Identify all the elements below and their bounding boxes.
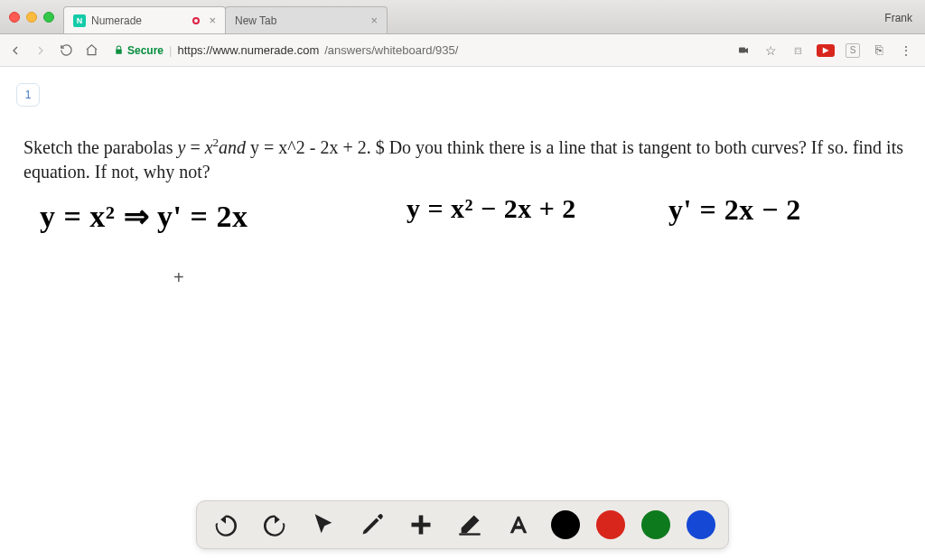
recording-indicator-icon: [192, 17, 200, 24]
forward-button[interactable]: [33, 42, 49, 59]
extension-s-icon[interactable]: S: [846, 43, 860, 58]
url-path: /answers/whiteboard/935/: [324, 43, 458, 57]
add-tool-button[interactable]: [405, 509, 437, 541]
svg-rect-3: [459, 533, 480, 535]
minimize-window-button[interactable]: [26, 12, 37, 23]
reload-button[interactable]: [58, 42, 74, 59]
tab-title: Numerade: [91, 14, 142, 27]
handwritten-eq3: y' = 2x − 2: [668, 193, 801, 227]
handwritten-eq2: y = x² − 2x + 2: [406, 193, 576, 224]
window-titlebar: N Numerade × New Tab × Frank: [0, 0, 925, 34]
tab-title: New Tab: [235, 14, 276, 27]
color-swatch-red[interactable]: [596, 510, 625, 539]
color-swatch-black[interactable]: [551, 510, 580, 539]
close-tab-icon[interactable]: ×: [370, 14, 378, 27]
home-button[interactable]: [83, 42, 99, 59]
pointer-tool-button[interactable]: [307, 509, 340, 541]
youtube-icon[interactable]: ▶: [817, 44, 835, 57]
svg-rect-0: [739, 47, 745, 52]
window-controls: [0, 12, 63, 33]
browser-tabs: N Numerade × New Tab ×: [63, 0, 884, 33]
close-window-button[interactable]: [9, 12, 20, 23]
eraser-tool-button[interactable]: [453, 509, 486, 541]
cursor-crosshair-icon: +: [173, 267, 184, 288]
camera-icon[interactable]: [735, 43, 752, 58]
address-bar: Secure | https://www.numerade.com/answer…: [0, 34, 925, 67]
bookmark-star-icon[interactable]: ☆: [762, 43, 779, 58]
dropbox-icon[interactable]: ⧈: [790, 43, 806, 58]
maximize-window-button[interactable]: [43, 12, 54, 23]
color-swatch-blue[interactable]: [687, 510, 715, 539]
omnibox[interactable]: Secure | https://www.numerade.com/answer…: [108, 43, 726, 57]
close-tab-icon[interactable]: ×: [209, 14, 216, 27]
toolbar-right: ☆ ⧈ ▶ S ⎘ ⋮: [735, 43, 918, 58]
secure-label: Secure: [127, 44, 164, 57]
svg-rect-2: [412, 523, 431, 527]
secure-lock-icon: Secure: [114, 44, 164, 57]
tab-favicon: N: [73, 14, 86, 27]
redo-button[interactable]: [258, 509, 291, 541]
profile-name[interactable]: Frank: [884, 12, 925, 33]
page-content: 1 Sketch the parabolas y = x2and y = x^2…: [0, 67, 925, 560]
menu-icon[interactable]: ⋮: [898, 43, 914, 58]
undo-button[interactable]: [210, 509, 242, 541]
tab-numerade[interactable]: N Numerade ×: [63, 6, 226, 33]
download-icon[interactable]: ⎘: [871, 42, 887, 57]
slide-number-badge[interactable]: 1: [16, 83, 40, 107]
pencil-tool-button[interactable]: [356, 509, 388, 541]
text-tool-button[interactable]: [502, 509, 535, 541]
color-swatch-green[interactable]: [641, 510, 670, 539]
url-host: https://www.numerade.com: [177, 43, 319, 57]
whiteboard-toolbar: [196, 500, 729, 549]
tab-new-tab[interactable]: New Tab ×: [225, 6, 388, 33]
question-text: Sketch the parabolas y = x2and y = x^2 -…: [23, 135, 905, 184]
handwritten-eq1: y = x² ⇒ y' = 2x: [40, 198, 248, 234]
back-button[interactable]: [7, 42, 23, 59]
